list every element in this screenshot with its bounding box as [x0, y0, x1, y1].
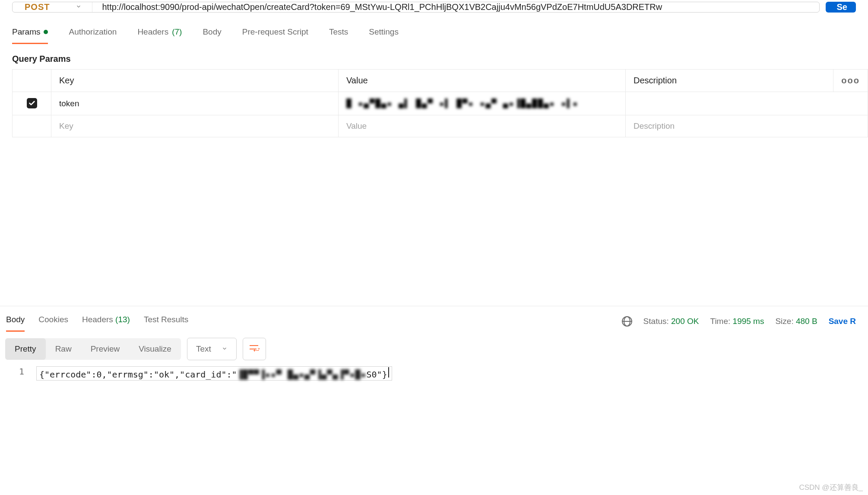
time-value: 1995 ms — [733, 317, 764, 326]
query-params-title: Query Params — [0, 44, 868, 69]
tab-prerequest[interactable]: Pre-request Script — [242, 23, 308, 44]
resp-tab-headers-label: Headers — [82, 315, 113, 324]
tab-headers-label: Headers — [137, 27, 168, 37]
resp-tab-body[interactable]: Body — [6, 311, 25, 332]
view-raw-button[interactable]: Raw — [46, 338, 81, 360]
response-header-row: Body Cookies Headers (13) Test Results S… — [0, 306, 868, 332]
size-value: 480 B — [796, 317, 817, 326]
content-type-select[interactable]: Text — [187, 338, 237, 360]
text-cursor — [388, 367, 389, 378]
response-controls: Pretty Raw Preview Visualize Text — [0, 332, 868, 363]
method-url-container: POST — [12, 2, 820, 13]
code-masked: ▐█▀▀▐▪▪▀ █▄▪▄▀▐▄▀▄▐▀▪█▪ — [237, 369, 367, 380]
wrap-lines-button[interactable] — [243, 338, 266, 360]
resp-tab-headers-count: (13) — [115, 315, 130, 324]
resp-tab-test-results[interactable]: Test Results — [144, 311, 188, 332]
row-value[interactable]: █ ▪▄▀█▄▪ ▄▌ █▄▀ ▪▌ █▀▪ ▪▄▀ ▄▪▐█▄██▄▪ ▪▌▪ — [339, 92, 626, 115]
row-description[interactable] — [626, 92, 868, 115]
view-pretty-button[interactable]: Pretty — [5, 338, 46, 360]
params-modified-indicator — [44, 30, 48, 34]
tab-settings[interactable]: Settings — [369, 23, 399, 44]
code-suffix: S0"} — [367, 369, 387, 380]
status-value: 200 OK — [671, 317, 699, 326]
size-block[interactable]: Size: 480 B — [775, 317, 817, 326]
new-row-key[interactable]: Key — [51, 115, 339, 137]
time-block[interactable]: Time: 1995 ms — [710, 317, 764, 326]
content-type-label: Text — [196, 344, 211, 354]
tab-body[interactable]: Body — [203, 23, 221, 44]
tab-headers-count: (7) — [172, 27, 182, 37]
col-header-more[interactable]: ooo — [833, 70, 868, 92]
chevron-down-icon — [222, 344, 228, 354]
tab-authorization[interactable]: Authorization — [69, 23, 117, 44]
request-bar: POST Se — [0, 0, 868, 14]
save-response-button[interactable]: Save R — [829, 317, 856, 326]
tab-headers[interactable]: Headers (7) — [137, 23, 182, 44]
response-status-bar: Status: 200 OK Time: 1995 ms Size: 480 B… — [622, 316, 856, 327]
new-row-description[interactable]: Description — [626, 115, 868, 137]
tab-params[interactable]: Params — [12, 23, 48, 44]
resp-tab-cookies[interactable]: Cookies — [38, 311, 68, 332]
url-input[interactable] — [92, 2, 819, 12]
query-params-table: Key Value Description ooo token █ ▪▄▀█▄▪… — [12, 69, 868, 137]
http-method-label: POST — [25, 2, 50, 12]
row-value-masked: █ ▪▄▀█▄▪ ▄▌ █▄▀ ▪▌ █▀▪ ▪▄▀ ▄▪▐█▄██▄▪ ▪▌▪ — [346, 98, 579, 108]
new-row-value[interactable]: Value — [339, 115, 626, 137]
response-tabs: Body Cookies Headers (13) Test Results — [6, 311, 188, 332]
col-header-key: Key — [51, 70, 339, 92]
status-block[interactable]: Status: 200 OK — [643, 317, 699, 326]
response-line[interactable]: {"errcode":0,"errmsg":"ok","card_id":"▐█… — [36, 366, 392, 381]
col-header-value: Value — [339, 70, 626, 92]
globe-icon[interactable] — [622, 316, 632, 327]
col-header-check — [13, 70, 51, 92]
code-prefix: {"errcode":0,"errmsg":"ok","card_id":" — [39, 369, 237, 380]
tab-params-label: Params — [12, 27, 40, 37]
row-key[interactable]: token — [51, 92, 339, 115]
line-number: 1 — [12, 366, 36, 377]
view-preview-button[interactable]: Preview — [81, 338, 130, 360]
request-tabs: Params Authorization Headers (7) Body Pr… — [0, 14, 868, 44]
size-label: Size: — [775, 317, 793, 326]
wrap-icon — [250, 345, 259, 353]
more-icon: ooo — [841, 76, 860, 85]
view-mode-group: Pretty Raw Preview Visualize — [5, 338, 181, 360]
new-row-check — [13, 115, 51, 137]
table-row-new: Key Value Description — [13, 115, 868, 137]
tab-tests[interactable]: Tests — [329, 23, 348, 44]
status-label: Status: — [643, 317, 669, 326]
time-label: Time: — [710, 317, 730, 326]
send-button[interactable]: Se — [826, 2, 856, 13]
resp-tab-headers[interactable]: Headers (13) — [82, 311, 130, 332]
view-visualize-button[interactable]: Visualize — [129, 338, 181, 360]
table-row: token █ ▪▄▀█▄▪ ▄▌ █▄▀ ▪▌ █▀▪ ▪▄▀ ▄▪▐█▄██… — [13, 92, 868, 115]
response-body: 1 {"errcode":0,"errmsg":"ok","card_id":"… — [0, 363, 868, 384]
chevron-down-icon — [76, 3, 82, 11]
http-method-select[interactable]: POST — [13, 2, 92, 12]
row-checkbox[interactable] — [27, 98, 37, 108]
col-header-description: Description — [626, 70, 833, 92]
